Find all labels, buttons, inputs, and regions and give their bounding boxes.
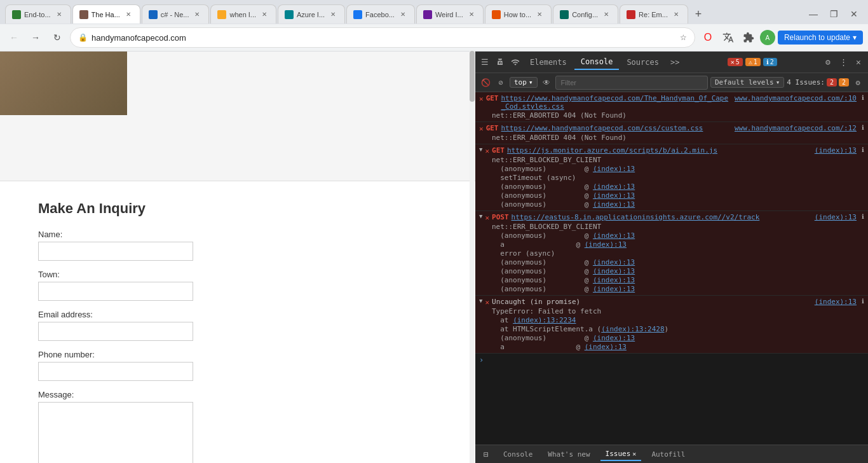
devtools-settings-icon[interactable]: ⚙	[821, 55, 835, 69]
bottom-tab-autofill[interactable]: Autofill	[646, 448, 690, 460]
devtools-tab-more[interactable]: >>	[667, 55, 683, 69]
tab-config[interactable]: Config... ✕	[553, 4, 618, 24]
phone-label: Phone number:	[38, 350, 437, 359]
tab-favicon-10	[627, 10, 635, 19]
devtools-tab-elements[interactable]: Elements	[524, 55, 573, 69]
log-stack-4g: (anonymous) @ (index):13	[479, 285, 864, 293]
name-input[interactable]	[38, 242, 193, 261]
tab-close-2[interactable]: ✕	[123, 10, 133, 20]
tab-close-7[interactable]: ✕	[466, 10, 477, 20]
default-levels-label: Default levels	[715, 78, 774, 86]
log-url-1[interactable]: https://www.handymanofcapecod.com/The_Ha…	[501, 94, 732, 111]
relaunch-button[interactable]: Relaunch to update ▾	[778, 31, 863, 45]
minimize-button[interactable]: —	[804, 5, 822, 23]
message-textarea[interactable]	[38, 402, 193, 463]
log-error-text-3: net::ERR_BLOCKED_BY_CLIENT	[479, 156, 864, 164]
log-location-2[interactable]: www.handymanofcapecod.com/:12	[735, 124, 857, 132]
tab-favicon-1	[12, 10, 21, 19]
tab-favicon-7	[423, 10, 432, 19]
opera-icon[interactable]: O	[699, 29, 717, 46]
tab-when[interactable]: when I... ✕	[210, 4, 276, 24]
tab-howto[interactable]: How to... ✕	[485, 4, 552, 24]
info-badge[interactable]: ℹ 2	[763, 58, 777, 66]
warn-badge[interactable]: ⚠ 1	[745, 58, 761, 66]
console-filter-icon[interactable]: ⊘	[494, 76, 507, 89]
profile-icon[interactable]: A	[760, 30, 775, 45]
context-selector[interactable]: top ▾	[510, 77, 538, 88]
console-body[interactable]: ✕ GET https://www.handymanofcapecod.com/…	[475, 92, 868, 445]
translate-icon[interactable]	[719, 29, 737, 46]
default-levels-selector[interactable]: Default levels ▾	[710, 77, 784, 88]
issues-tab-close[interactable]: ✕	[632, 450, 636, 457]
tab-azure[interactable]: Azure I... ✕	[278, 4, 345, 24]
expand-triangle-3[interactable]: ▼	[479, 146, 482, 153]
bottom-tab-console[interactable]: Console	[498, 448, 538, 460]
refresh-button[interactable]: ↻	[48, 29, 66, 46]
forward-button[interactable]: →	[27, 29, 44, 46]
expand-triangle-4[interactable]: ▼	[479, 213, 482, 219]
bottom-tab-whatsnew[interactable]: What's new	[543, 448, 595, 460]
email-input[interactable]	[38, 322, 193, 341]
log-stack-4a: (anonymous) @ (index):13	[479, 232, 864, 240]
log-entry-2: ✕ GET https://www.handymanofcapecod.com/…	[475, 122, 868, 144]
tab-close-8[interactable]: ✕	[534, 10, 545, 20]
tab-label-9: Config...	[572, 11, 598, 18]
log-url-3[interactable]: https://js.monitor.azure.com/scripts/b/a…	[507, 146, 717, 155]
tab-close-4[interactable]: ✕	[259, 10, 269, 20]
page-scrollbar-thumb[interactable]	[470, 51, 475, 102]
star-icon[interactable]: ☆	[680, 33, 687, 42]
issues-error-badge: 2	[827, 78, 837, 86]
log-stack-5b: at HTMLScriptElement.a ((index):13:2428)	[479, 325, 864, 333]
inquiry-section: Make An Inquiry Name: Town: Email addres…	[0, 181, 475, 463]
new-tab-button[interactable]: +	[689, 5, 707, 23]
tab-close-6[interactable]: ✕	[398, 10, 408, 20]
log-url-2[interactable]: https://www.handymanofcapecod.com/css/cu…	[501, 124, 703, 132]
log-location-4[interactable]: (index):13	[815, 213, 857, 221]
address-bar[interactable]: 🔒 handymanofcapecod.com ☆	[70, 27, 695, 48]
devtools-dock-left-icon[interactable]: ⊟	[479, 448, 493, 462]
bottom-tab-issues[interactable]: Issues ✕	[600, 448, 642, 461]
issues-count[interactable]: 4 Issues: 2 2	[787, 78, 849, 86]
tab-end-to[interactable]: End-to... ✕	[5, 4, 71, 24]
log-location-5[interactable]: (index):13	[815, 298, 857, 306]
town-input[interactable]	[38, 282, 193, 301]
tab-close-9[interactable]: ✕	[601, 10, 611, 20]
email-form-group: Email address:	[38, 310, 437, 341]
tab-handyman[interactable]: The Ha... ✕	[72, 4, 140, 24]
log-url-4[interactable]: https://eastus-8.in.applicationinsights.…	[512, 213, 760, 221]
tab-label-6: Facebo...	[365, 11, 395, 18]
tab-weird[interactable]: Weird I... ✕	[416, 4, 484, 24]
devtools-responsive-icon[interactable]	[508, 55, 522, 69]
devtools-inspect-icon[interactable]	[493, 55, 507, 69]
tab-email[interactable]: Re: Em... ✕	[620, 4, 688, 24]
maximize-button[interactable]: ❐	[825, 5, 843, 23]
expand-triangle-5[interactable]: ▼	[479, 298, 482, 304]
console-clear-icon[interactable]: 🚫	[479, 76, 492, 89]
console-eye-icon[interactable]: 👁	[540, 76, 553, 89]
message-form-group: Message:	[38, 390, 437, 463]
console-filter-input[interactable]	[555, 76, 708, 90]
tab-close-10[interactable]: ✕	[671, 10, 681, 20]
page-scrollbar-track[interactable]	[470, 51, 475, 463]
devtools-dock-icon[interactable]: ⋮	[836, 55, 850, 69]
close-window-button[interactable]: ✕	[845, 5, 863, 23]
tab-facebook[interactable]: Facebo... ✕	[346, 4, 415, 24]
devtools-tab-console[interactable]: Console	[574, 55, 620, 70]
devtools-tab-sources[interactable]: Sources	[620, 55, 665, 69]
phone-input[interactable]	[38, 362, 193, 381]
log-location-1[interactable]: www.handymanofcapecod.com/:10	[735, 94, 857, 102]
log-location-3[interactable]: (index):13	[815, 146, 857, 155]
extension-icon[interactable]	[740, 29, 757, 46]
devtools-toggle-sidebar[interactable]: ☰	[478, 55, 492, 69]
tab-close-5[interactable]: ✕	[328, 10, 338, 20]
devtools-close-icon[interactable]: ✕	[851, 55, 865, 69]
tab-favicon-8	[492, 10, 501, 19]
tab-close-1[interactable]: ✕	[54, 10, 64, 20]
error-badge[interactable]: ✕ 5	[728, 58, 743, 66]
tab-label-8: How to...	[504, 11, 531, 18]
console-settings-icon[interactable]: ⚙	[851, 76, 864, 89]
tab-close-3[interactable]: ✕	[192, 10, 202, 20]
tab-csharp[interactable]: c# - Ne... ✕	[142, 4, 210, 24]
back-button[interactable]: ←	[5, 29, 23, 46]
prompt-arrow-icon: ›	[479, 356, 484, 364]
